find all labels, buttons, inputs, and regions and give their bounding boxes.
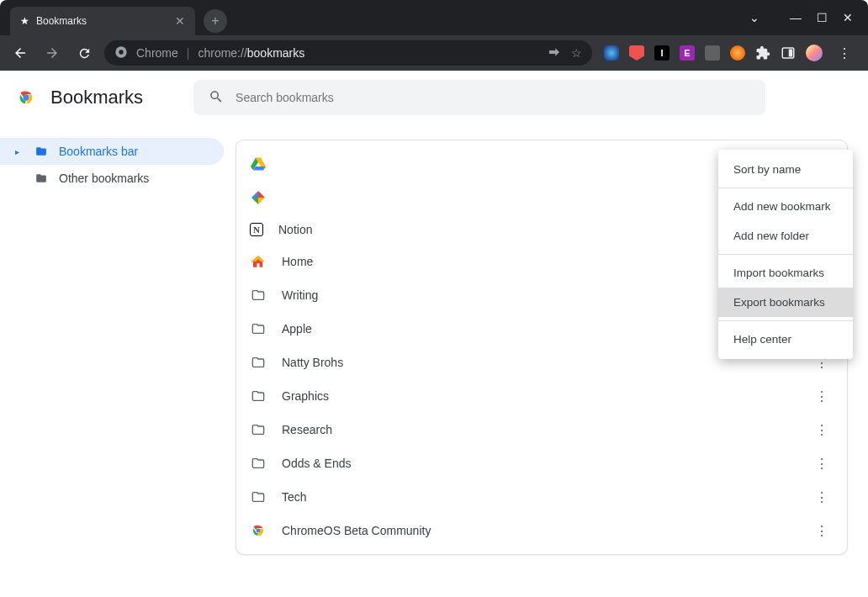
row-menu-icon[interactable]: ⋮ — [810, 388, 834, 404]
extension-icon[interactable] — [705, 45, 720, 61]
home-icon — [250, 253, 267, 270]
menu-import-bookmarks[interactable]: Import bookmarks — [718, 258, 853, 288]
chrome-icon — [114, 45, 128, 61]
window-controls: ⌄ — ☐ ✕ — [734, 0, 868, 35]
close-tab-icon[interactable]: ✕ — [175, 14, 185, 28]
star-icon: ★ — [20, 15, 29, 27]
page-content: Bookmarks ▸ Bookmarks bar Other bookmark… — [0, 71, 868, 597]
browser-menu-icon[interactable]: ⋮ — [833, 45, 856, 61]
notion-icon: N — [250, 223, 263, 236]
extensions-puzzle-icon[interactable] — [755, 45, 770, 61]
sidebar-item-label: Other bookmarks — [59, 172, 149, 185]
expand-triangle-icon[interactable]: ▸ — [15, 147, 24, 156]
svg-point-1 — [119, 50, 123, 54]
drive-icon — [250, 156, 267, 172]
folder-icon — [250, 354, 267, 371]
bookmark-label: Home — [282, 255, 313, 268]
bookmark-row[interactable]: ChromeOS Beta Community ⋮ — [236, 514, 847, 547]
page-header: Bookmarks — [0, 71, 868, 124]
svg-point-8 — [257, 529, 261, 533]
back-button[interactable] — [8, 41, 32, 65]
bookmark-row[interactable]: Odds & Ends ⋮ — [236, 446, 847, 480]
close-window-icon[interactable]: ✕ — [843, 11, 853, 24]
folder-icon — [250, 421, 267, 438]
maximize-icon[interactable]: ☐ — [817, 11, 828, 24]
search-icon — [209, 89, 224, 107]
browser-titlebar: ★ Bookmarks ✕ + ⌄ — ☐ ✕ — [0, 0, 868, 35]
folder-icon — [34, 145, 49, 157]
folder-icon — [250, 287, 267, 304]
chrome-logo-icon — [17, 88, 35, 107]
minimize-icon[interactable]: — — [790, 11, 802, 24]
extensions-area: I E ⋮ — [601, 45, 860, 61]
row-menu-icon[interactable]: ⋮ — [810, 523, 834, 539]
tab-title: Bookmarks — [36, 15, 87, 27]
bookmark-label: Tech — [282, 490, 307, 504]
folder-icon — [250, 455, 267, 472]
address-bar[interactable]: Chrome | chrome://bookmarks ☆ — [104, 40, 592, 66]
omnibox-prefix: Chrome — [136, 46, 178, 60]
extension-icon[interactable] — [629, 45, 644, 61]
bookmark-row[interactable]: Tech ⋮ — [236, 480, 847, 514]
menu-add-bookmark[interactable]: Add new bookmark — [718, 192, 853, 221]
folder-icon — [250, 388, 267, 404]
bookmark-star-icon[interactable]: ☆ — [571, 46, 582, 60]
extension-icon[interactable]: E — [680, 45, 695, 61]
sidebar-item-label: Bookmarks bar — [59, 145, 138, 158]
bookmark-label: Research — [282, 423, 332, 436]
bookmark-label: Natty Brohs — [282, 356, 343, 369]
row-menu-icon[interactable]: ⋮ — [810, 456, 834, 472]
search-bookmarks[interactable] — [193, 80, 765, 115]
brand: Bookmarks — [17, 87, 143, 108]
omnibox-url-bold: bookmarks — [247, 46, 304, 60]
folder-icon — [34, 172, 49, 184]
bookmark-label: Odds & Ends — [282, 457, 352, 470]
reload-button[interactable] — [72, 41, 96, 65]
menu-sort-by-name[interactable]: Sort by name — [718, 155, 853, 184]
omnibox-url-plain: chrome:// — [198, 46, 246, 60]
bookmark-label: Graphics — [282, 389, 329, 403]
profile-avatar[interactable] — [806, 45, 823, 61]
bookmark-row[interactable]: Graphics ⋮ — [236, 379, 847, 413]
bookmark-row[interactable]: Research ⋮ — [236, 413, 847, 446]
chevron-down-icon[interactable]: ⌄ — [749, 11, 760, 24]
new-tab-button[interactable]: + — [204, 9, 227, 33]
bookmark-label: ChromeOS Beta Community — [282, 524, 431, 537]
forward-button[interactable] — [40, 41, 64, 65]
extension-icon[interactable] — [730, 45, 745, 61]
organize-menu: Sort by name Add new bookmark Add new fo… — [718, 150, 853, 359]
app-icon — [250, 189, 267, 206]
folder-icon — [250, 320, 267, 337]
bookmark-label: Apple — [282, 322, 312, 335]
chrome-icon — [250, 522, 267, 539]
browser-toolbar: Chrome | chrome://bookmarks ☆ I E ⋮ — [0, 35, 868, 71]
sidebar-item-other-bookmarks[interactable]: Other bookmarks — [0, 165, 224, 192]
row-menu-icon[interactable]: ⋮ — [810, 422, 834, 438]
menu-export-bookmarks[interactable]: Export bookmarks — [718, 288, 853, 317]
share-icon[interactable] — [548, 45, 561, 61]
search-input[interactable] — [236, 91, 750, 104]
row-menu-icon[interactable]: ⋮ — [810, 489, 834, 505]
sidebar-item-bookmarks-bar[interactable]: ▸ Bookmarks bar — [0, 138, 224, 165]
folder-icon — [250, 489, 267, 505]
extension-icon[interactable]: I — [654, 45, 670, 61]
menu-help-center[interactable]: Help center — [718, 325, 853, 354]
side-panel-icon[interactable] — [781, 45, 796, 61]
page-title: Bookmarks — [50, 87, 143, 108]
menu-add-folder[interactable]: Add new folder — [718, 221, 853, 251]
extension-icon[interactable] — [604, 45, 619, 61]
svg-rect-3 — [789, 50, 793, 57]
bookmark-label: Writing — [282, 288, 318, 302]
sidebar: ▸ Bookmarks bar Other bookmarks — [0, 71, 236, 597]
browser-tab[interactable]: ★ Bookmarks ✕ — [10, 7, 195, 35]
bookmark-label: Notion — [278, 223, 312, 236]
